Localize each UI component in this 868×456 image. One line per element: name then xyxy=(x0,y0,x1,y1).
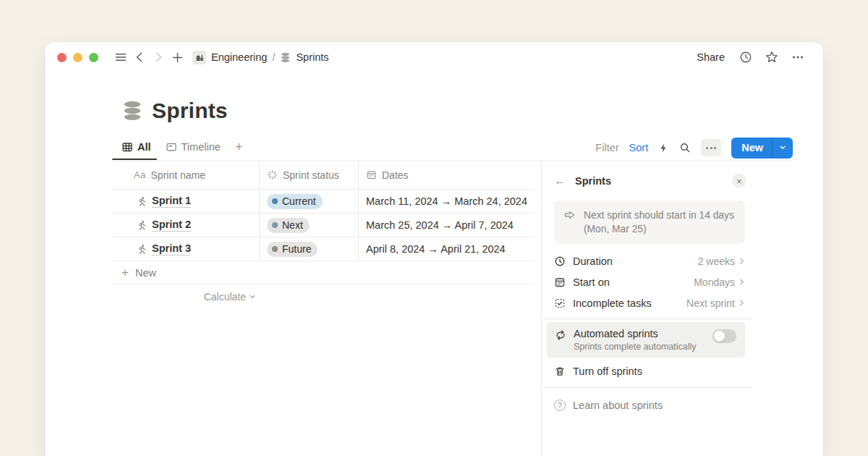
traffic-lights xyxy=(57,53,98,62)
automated-sprints-label: Automated sprints xyxy=(574,328,697,339)
sprint-settings-panel: ← Sprints × Next sprint should start in … xyxy=(541,161,752,456)
sprint-page-link[interactable]: Sprint 3 xyxy=(152,242,191,256)
nav-back-icon[interactable] xyxy=(130,48,149,67)
calculate-button[interactable]: Calculate xyxy=(112,284,259,309)
column-header-sprint-name[interactable]: Aa Sprint name xyxy=(112,161,259,190)
cell-sprint-name[interactable]: Sprint 2 xyxy=(112,214,259,237)
table-row: Sprint 3 Future April 8, 2024 → April 21… xyxy=(112,237,534,261)
status-pill-current[interactable]: Current xyxy=(267,194,323,209)
setting-label: Incomplete tasks xyxy=(573,297,652,309)
sprint-page-link[interactable]: Sprint 2 xyxy=(152,219,191,232)
notice-line-1: Next sprint should start in 14 days xyxy=(584,208,734,222)
date-range: April 8, 2024 → April 21, 2024 xyxy=(366,243,506,255)
breadcrumb-page[interactable]: Sprints xyxy=(296,51,328,63)
cell-dates[interactable]: March 25, 2024 → April 7, 2024 xyxy=(358,214,534,237)
breadcrumb-workspace[interactable]: Engineering xyxy=(211,51,267,63)
cell-sprint-name[interactable]: Sprint 3 xyxy=(112,237,259,261)
view-options-icon[interactable] xyxy=(701,139,721,156)
tab-timeline[interactable]: Timeline xyxy=(166,141,221,159)
status-pill-future[interactable]: Future xyxy=(267,242,318,257)
setting-duration[interactable]: Duration 2 weeks xyxy=(554,250,745,271)
status-label: Current xyxy=(282,195,316,207)
calendar-icon xyxy=(554,276,566,288)
column-header-sprint-status[interactable]: Sprint status xyxy=(259,161,358,190)
close-window-button[interactable] xyxy=(57,53,67,62)
checkbox-icon xyxy=(554,297,566,309)
cell-sprint-status[interactable]: Current xyxy=(259,190,358,214)
add-view-icon[interactable]: + xyxy=(235,139,243,161)
chevron-right-icon xyxy=(739,257,745,265)
tab-all-label: All xyxy=(137,141,151,153)
calendar-property-icon xyxy=(366,169,377,180)
notice-text: Next sprint should start in 14 days (Mon… xyxy=(584,208,734,236)
new-page-icon[interactable] xyxy=(168,48,187,67)
automated-sprints-toggle[interactable] xyxy=(712,329,736,343)
notice-line-2: (Mon, Mar 25) xyxy=(584,222,734,236)
new-record-button[interactable]: New xyxy=(731,138,793,159)
turn-off-sprints-button[interactable]: Turn off sprints xyxy=(554,360,745,382)
timeline-view-icon xyxy=(166,141,177,153)
cell-sprint-name[interactable]: Sprint 1 xyxy=(112,190,259,214)
filter-button[interactable]: Filter xyxy=(595,142,618,153)
help-question-icon: ? xyxy=(554,400,566,411)
sprint-page-link[interactable]: Sprint 1 xyxy=(152,195,191,208)
search-icon[interactable] xyxy=(679,142,691,153)
panel-header: ← Sprints × xyxy=(554,174,746,188)
lightning-icon[interactable] xyxy=(658,143,669,153)
setting-incomplete-tasks[interactable]: Incomplete tasks Next sprint xyxy=(554,292,745,313)
new-record-dropdown-icon[interactable] xyxy=(772,138,793,159)
minimize-window-button[interactable] xyxy=(73,53,82,62)
cell-sprint-status[interactable]: Next xyxy=(259,214,358,237)
learn-about-sprints-label: Learn about sprints xyxy=(573,400,663,411)
status-dot xyxy=(272,246,278,252)
column-label: Dates xyxy=(382,169,409,181)
sidebar-menu-icon[interactable] xyxy=(111,48,130,67)
nav-forward-icon[interactable] xyxy=(149,48,168,67)
toolbar: Filter Sort New xyxy=(595,138,793,163)
setting-value: 2 weeks xyxy=(698,256,745,267)
automated-sprints-row[interactable]: Automated sprints Sprints complete autom… xyxy=(547,322,745,358)
share-button[interactable]: Share xyxy=(697,51,725,63)
column-label: Sprint name xyxy=(151,169,205,181)
back-arrow-icon[interactable]: ← xyxy=(554,174,566,188)
page-title[interactable]: Sprints xyxy=(152,98,228,123)
table-row: Sprint 1 Current March 11, 2024 → March … xyxy=(112,190,534,214)
sort-button[interactable]: Sort xyxy=(629,142,649,153)
panel-title: Sprints xyxy=(575,175,611,187)
column-label: Sprint status xyxy=(283,169,339,181)
table-row: Sprint 2 Next March 25, 2024 → April 7, … xyxy=(112,214,534,237)
history-clock-icon[interactable] xyxy=(736,48,755,67)
views-toolbar-row: All Timeline + Filter Sort New xyxy=(122,139,793,161)
titlebar-actions: Share xyxy=(697,48,807,67)
add-row-button[interactable]: + New xyxy=(112,261,534,284)
learn-about-sprints-link[interactable]: ? Learn about sprints xyxy=(554,394,745,416)
zoom-window-button[interactable] xyxy=(89,53,98,62)
panel-divider xyxy=(542,387,752,388)
tab-all[interactable]: All xyxy=(122,141,151,159)
trash-icon xyxy=(554,366,566,377)
date-range: March 11, 2024 → March 24, 2024 xyxy=(366,195,527,207)
breadcrumb-separator: / xyxy=(272,51,275,63)
setting-value: Mondays xyxy=(694,276,745,288)
column-header-dates[interactable]: Dates xyxy=(358,161,534,190)
page-title-row: Sprints xyxy=(122,98,228,123)
toggle-knob xyxy=(714,331,725,342)
favorite-star-icon[interactable] xyxy=(762,48,781,67)
close-icon[interactable]: × xyxy=(732,174,746,188)
cell-dates[interactable]: April 8, 2024 → April 21, 2024 xyxy=(358,237,534,261)
breadcrumb: Engineering / Sprints xyxy=(192,51,329,64)
repeat-icon xyxy=(555,329,566,352)
status-pill-next[interactable]: Next xyxy=(267,218,310,233)
automated-sprints-description: Sprints complete automatically xyxy=(574,342,697,352)
more-options-icon[interactable] xyxy=(788,48,807,67)
status-property-icon xyxy=(267,169,278,180)
sprint-settings-list: Duration 2 weeks Start on Mondays xyxy=(554,250,745,313)
runner-icon xyxy=(136,220,146,230)
calculate-label: Calculate xyxy=(204,291,246,303)
status-label: Future xyxy=(282,243,311,255)
cell-dates[interactable]: March 11, 2024 → March 24, 2024 xyxy=(358,190,534,214)
cell-sprint-status[interactable]: Future xyxy=(259,237,358,261)
workspace-building-icon xyxy=(192,51,206,64)
setting-start-on[interactable]: Start on Mondays xyxy=(554,271,745,292)
status-dot xyxy=(272,198,278,204)
